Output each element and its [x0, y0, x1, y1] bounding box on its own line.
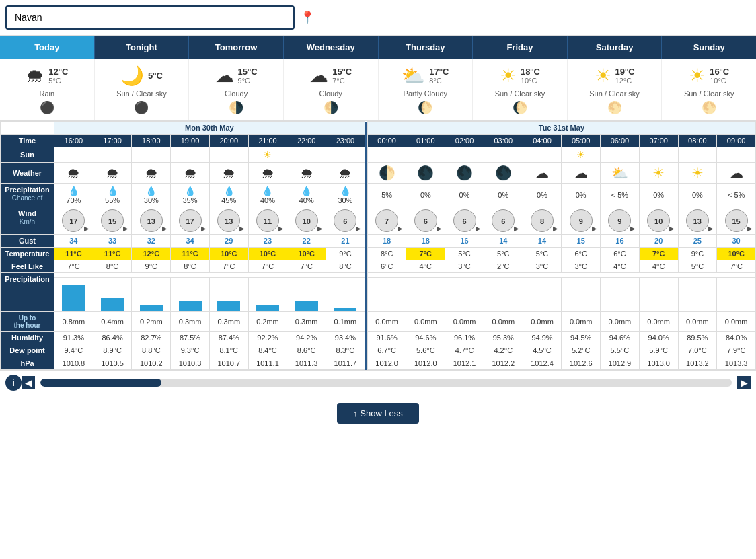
search-input[interactable]: [5, 5, 295, 30]
feel-like-row: Feel Like 7°C8°C9°C8°C 7°C7°C7°C8°C 6°C4…: [1, 260, 756, 273]
tab-wednesday[interactable]: Wednesday: [284, 36, 379, 59]
precip-mm-row: Up tothe hour 0.8mm0.4mm0.2mm0.3mm 0.3mm…: [1, 312, 756, 332]
forecast-tomorrow[interactable]: ☁ 15°C9°C Cloudy 🌗: [189, 59, 284, 120]
tab-sunday[interactable]: Sunday: [662, 36, 756, 59]
precip-chance-row: Precipitation Chance of 💧70% 💧55% 💧30% 💧…: [1, 184, 756, 207]
tab-friday[interactable]: Friday: [473, 36, 568, 59]
scrollbar-thumb: [40, 379, 161, 387]
scroll-right-button[interactable]: ▶: [737, 376, 751, 389]
humidity-row: Humidity 91.3%86.4%82.7%87.5% 87.4%92.2%…: [1, 332, 756, 344]
tab-thursday[interactable]: Thursday: [379, 36, 474, 59]
forecast-tonight[interactable]: 🌙 5°C Sun / Clear sky ⚫: [95, 59, 190, 120]
scroll-left-button[interactable]: ◀: [22, 376, 35, 389]
show-less-container: ↑ Show Less: [0, 395, 756, 437]
temperature-row: Temperature 11°C 11°C 12°C 11°C 10°C 10°…: [1, 248, 756, 260]
day-tabs: Today Tonight Tomorrow Wednesday Thursda…: [0, 36, 756, 59]
forecast-saturday[interactable]: ☀ 19°C12°C Sun / Clear sky 🌕: [568, 59, 663, 120]
date-header-row: Mon 30th May Tue 31st May: [1, 122, 756, 135]
precip-chart-label-row: Precipitation: [1, 273, 756, 278]
tab-today[interactable]: Today: [0, 36, 95, 59]
forecast-friday[interactable]: ☀ 18°C10°C Sun / Clear sky 🌔: [473, 59, 568, 120]
scrollbar-area[interactable]: [40, 379, 732, 387]
hourly-detail: Mon 30th May Tue 31st May Time 16:00 17:…: [0, 121, 756, 370]
hpa-row: hPa 1010.81010.51010.21010.3 1010.71011.…: [1, 357, 756, 370]
info-icon[interactable]: i: [5, 375, 22, 391]
location-icon[interactable]: 📍: [300, 10, 315, 25]
show-less-button[interactable]: ↑ Show Less: [337, 403, 419, 424]
forecast-wednesday[interactable]: ☁ 15°C7°C Cloudy 🌗: [284, 59, 379, 120]
weather-row: Weather 🌧 🌧 🌧 🌧 🌧 🌧 🌧 🌧 🌓 🌑 🌑 🌑 ☁ ☁ ⛅ ☀ …: [1, 163, 756, 184]
tab-tomorrow[interactable]: Tomorrow: [189, 36, 284, 59]
sun-row: Sun ☀ ☀: [1, 147, 756, 163]
forecast-sunday[interactable]: ☀ 16°C10°C Sun / Clear sky 🌕: [662, 59, 756, 120]
forecast-today[interactable]: 🌧 12°C5°C Rain ⚫: [0, 59, 95, 120]
gust-row: Gust 34333234 29232221 18181614 14151620…: [1, 235, 756, 248]
forecast-row: 🌧 12°C5°C Rain ⚫ 🌙 5°C Sun / Clear sky ⚫…: [0, 59, 756, 121]
forecast-thursday[interactable]: ⛅ 17°C8°C Partly Cloudy 🌔: [379, 59, 474, 120]
time-row: Time 16:00 17:00 18:00 19:00 20:00 21:00…: [1, 135, 756, 147]
precip-chart-row: [1, 278, 756, 312]
tab-saturday[interactable]: Saturday: [568, 36, 663, 59]
wind-row: Wind Km/h 17▶ 15▶ 13▶ 17▶ 13▶ 11▶ 10▶ 6▶…: [1, 207, 756, 235]
dew-point-row: Dew point 9.4°C8.9°C8.8°C9.3°C 8.1°C8.4°…: [1, 344, 756, 357]
tab-tonight[interactable]: Tonight: [95, 36, 190, 59]
bottom-bar: i ◀ ▶: [0, 370, 756, 395]
search-bar: 📍: [0, 0, 756, 36]
